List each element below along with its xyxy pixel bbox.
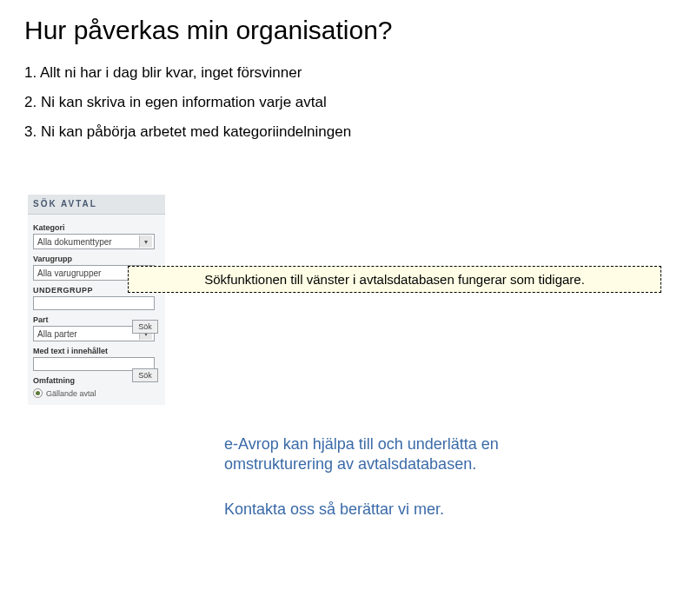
- page-title: Hur påverkas min organisation?: [24, 16, 666, 45]
- sok-button[interactable]: Sök: [132, 320, 158, 334]
- undergrupp-input[interactable]: [33, 296, 155, 310]
- panel-header: SÖK AVTAL: [28, 195, 165, 215]
- radio-gallande[interactable]: [33, 388, 43, 398]
- numbered-list: 1. Allt ni har i dag blir kvar, inget fö…: [24, 64, 666, 141]
- sok-button[interactable]: Sök: [132, 368, 158, 382]
- medtext-label: Med text i innehållet: [33, 347, 160, 355]
- footer-p2: Kontakta oss så berättar vi mer.: [224, 500, 598, 520]
- list-item: 3. Ni kan påbörja arbetet med kategoriin…: [24, 123, 666, 141]
- part-value: Alla parter: [37, 329, 77, 339]
- footer-p1: e-Avrop kan hjälpa till och underlätta e…: [224, 434, 598, 475]
- kategori-label: Kategori: [33, 223, 160, 232]
- varugrupp-value: Alla varugrupper: [37, 268, 101, 278]
- hint-callout: Sökfunktionen till vänster i avtalsdatab…: [128, 266, 661, 293]
- list-item: 1. Allt ni har i dag blir kvar, inget fö…: [24, 64, 666, 82]
- footer-text: e-Avrop kan hjälpa till och underlätta e…: [224, 434, 598, 544]
- chevron-down-icon: ▾: [139, 235, 152, 248]
- list-item: 2. Ni kan skriva in egen information var…: [24, 94, 666, 111]
- kategori-value: Alla dokumenttyper: [37, 237, 112, 247]
- varugrupp-label: Varugrupp: [33, 255, 160, 263]
- kategori-select[interactable]: Alla dokumenttyper ▾: [33, 234, 155, 249]
- radio-gallande-label: Gällande avtal: [46, 389, 96, 398]
